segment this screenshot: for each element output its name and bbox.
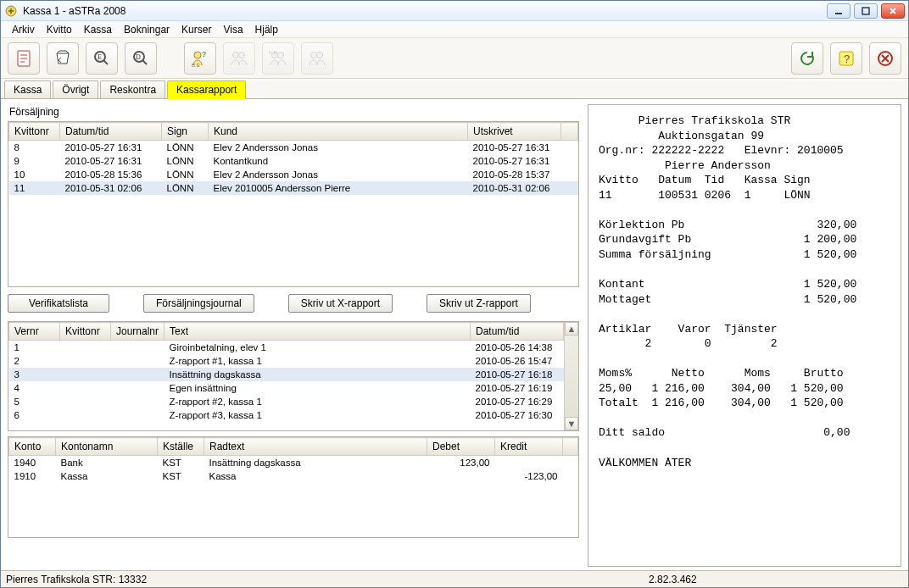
- table-row[interactable]: 82010-05-27 16:31LÖNNElev 2 Andersson Jo…: [9, 141, 578, 155]
- col-spacer: [561, 123, 578, 141]
- scroll-down-icon[interactable]: ▼: [565, 417, 578, 430]
- cell: 2010-05-27 16:19: [471, 381, 564, 395]
- toolbar-btn-1[interactable]: [8, 42, 40, 75]
- table-row[interactable]: 6Z-rapport #3, kassa 12010-05-27 16:30: [9, 408, 564, 422]
- menu-kurser[interactable]: Kurser: [176, 22, 217, 37]
- col-debet[interactable]: Debet: [427, 438, 495, 456]
- col-utskrivet[interactable]: Utskrivet: [468, 123, 561, 141]
- cell: KST: [158, 456, 204, 470]
- col-vernr[interactable]: Vernr: [9, 323, 60, 341]
- cell: 2010-05-31 02:06: [468, 181, 561, 195]
- col-journalnr[interactable]: Journalnr: [111, 323, 165, 341]
- ledger-grid[interactable]: Konto Kontonamn Kställe Radtext Debet Kr…: [8, 436, 579, 538]
- col-kontonamn[interactable]: Kontonamn: [56, 438, 158, 456]
- table-row[interactable]: 3Insättning dagskassa2010-05-27 16:18: [9, 368, 564, 381]
- cell: 2010-05-28 15:37: [468, 168, 561, 181]
- toolbar-help[interactable]: ?: [830, 42, 862, 75]
- cell: [60, 368, 111, 381]
- table-row[interactable]: 102010-05-28 15:36LÖNNElev 2 Andersson J…: [9, 168, 578, 181]
- cell: 2: [9, 354, 60, 368]
- svg-text:?: ?: [202, 50, 206, 58]
- toolbar-cancel[interactable]: [869, 42, 901, 75]
- cell: Z-rapport #3, kassa 1: [165, 408, 471, 422]
- minimize-button[interactable]: [827, 3, 850, 19]
- cell: 1940: [9, 456, 56, 470]
- menu-hjalp[interactable]: Hjälp: [249, 22, 284, 37]
- col-kund[interactable]: Kund: [209, 123, 468, 141]
- table-row[interactable]: 1Giroinbetalning, elev 12010-05-26 14:38: [9, 341, 564, 355]
- cell: [495, 456, 563, 470]
- col-konto[interactable]: Konto: [9, 438, 56, 456]
- cell: [60, 381, 111, 395]
- menu-bokningar[interactable]: Bokningar: [118, 22, 176, 37]
- svg-text:E: E: [98, 53, 102, 61]
- toolbar-btn-5[interactable]: ?B E: [184, 42, 216, 75]
- toolbar-btn-2[interactable]: [47, 42, 79, 75]
- close-button[interactable]: [881, 3, 905, 19]
- cell: 6: [9, 408, 60, 422]
- cell: 8: [9, 141, 60, 155]
- svg-point-11: [233, 52, 239, 58]
- table-row[interactable]: 1940BankKSTInsättning dagskassa123,00: [9, 456, 578, 470]
- col-datumtid2[interactable]: Datum/tid: [471, 323, 564, 341]
- col-kvittonr2[interactable]: Kvittonr: [60, 323, 111, 341]
- toolbar-btn-4[interactable]: D: [125, 42, 157, 75]
- toolbar-btn-8: [301, 42, 333, 75]
- cell: [60, 341, 111, 355]
- svg-point-14: [278, 52, 284, 58]
- svg-point-17: [317, 52, 323, 58]
- maximize-button[interactable]: [854, 3, 878, 19]
- col-kvittonr[interactable]: Kvittonr: [9, 123, 60, 141]
- cell: [60, 354, 111, 368]
- tab-kassa[interactable]: Kassa: [4, 80, 51, 98]
- col-radtext[interactable]: Radtext: [204, 438, 427, 456]
- menu-visa[interactable]: Visa: [217, 22, 248, 37]
- tab-reskontra[interactable]: Reskontra: [100, 80, 165, 98]
- content-area: Försäljning Kvittonr Datum/tid Sign Kund…: [1, 99, 908, 570]
- table-row[interactable]: 112010-05-31 02:06LÖNNElev 2010005 Ander…: [9, 181, 578, 195]
- statusbar: Pierres Trafikskola STR: 13332 2.82.3.46…: [1, 570, 908, 587]
- svg-point-8: [194, 52, 201, 58]
- cell: [60, 395, 111, 408]
- table-row[interactable]: 2Z-rapport #1, kassa 12010-05-26 15:47: [9, 354, 564, 368]
- tab-ovrigt[interactable]: Övrigt: [53, 80, 98, 98]
- menu-arkiv[interactable]: Arkiv: [6, 22, 41, 37]
- table-row[interactable]: 92010-05-27 16:31LÖNNKontantkund2010-05-…: [9, 154, 578, 168]
- col-spacer3: [563, 438, 578, 456]
- cell: 2010-05-31 02:06: [60, 181, 162, 195]
- btn-forsaljningsjournal[interactable]: Försäljningsjournal: [143, 294, 254, 313]
- toolbar-btn-7: K D: [262, 42, 294, 75]
- col-sign[interactable]: Sign: [162, 123, 209, 141]
- menu-kassa[interactable]: Kassa: [78, 22, 118, 37]
- col-datumtid[interactable]: Datum/tid: [60, 123, 162, 141]
- table-row[interactable]: 1910KassaKSTKassa-123,00: [9, 469, 578, 483]
- table-row[interactable]: 5Z-rapport #2, kassa 12010-05-27 16:29: [9, 395, 564, 408]
- cell: Insättning dagskassa: [204, 456, 427, 470]
- table-row[interactable]: 4Egen insättning2010-05-27 16:19: [9, 381, 564, 395]
- journal-scrollbar[interactable]: ▲ ▼: [564, 322, 578, 430]
- report-button-row: Verifikatslista Försäljningsjournal Skri…: [8, 287, 579, 321]
- col-kredit[interactable]: Kredit: [495, 438, 563, 456]
- sales-grid[interactable]: Kvittonr Datum/tid Sign Kund Utskrivet 8…: [8, 121, 579, 287]
- toolbar-btn-3[interactable]: E: [86, 42, 118, 75]
- col-text[interactable]: Text: [165, 323, 471, 341]
- btn-x-rapport[interactable]: Skriv ut X-rapport: [288, 294, 393, 313]
- cell: 2010-05-27 16:31: [60, 154, 162, 168]
- cell: 123,00: [427, 456, 495, 470]
- journal-grid[interactable]: Vernr Kvittonr Journalnr Text Datum/tid …: [8, 321, 579, 431]
- svg-text:K D: K D: [269, 50, 278, 55]
- col-kstalle[interactable]: Kställe: [158, 438, 204, 456]
- scroll-up-icon[interactable]: ▲: [565, 322, 578, 336]
- cell: 4: [9, 381, 60, 395]
- receipt-preview[interactable]: Pierres Trafikskola STR Auktionsgatan 99…: [588, 104, 901, 567]
- btn-z-rapport[interactable]: Skriv ut Z-rapport: [427, 294, 531, 313]
- menu-kvitto[interactable]: Kvitto: [41, 22, 78, 37]
- tab-kassarapport[interactable]: Kassarapport: [167, 80, 246, 99]
- cell: [111, 381, 165, 395]
- btn-verifikatslista[interactable]: Verifikatslista: [8, 294, 109, 313]
- cell: -123,00: [495, 469, 563, 483]
- cell: Kontantkund: [209, 154, 468, 168]
- toolbar-refresh[interactable]: [791, 42, 823, 75]
- cell: LÖNN: [162, 168, 209, 181]
- app-window: Kassa 1 - aSTRa 2008 Arkiv Kvitto Kassa …: [0, 0, 909, 588]
